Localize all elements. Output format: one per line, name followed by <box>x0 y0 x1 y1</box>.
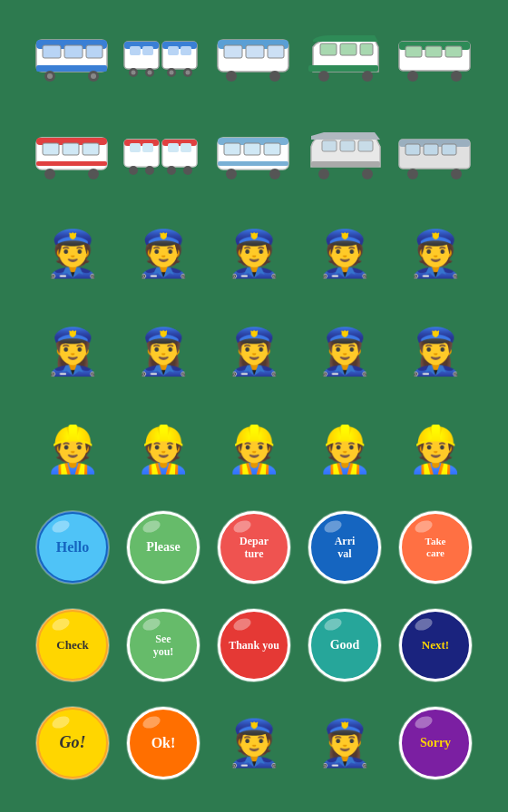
sticker-check[interactable]: Check <box>27 596 118 694</box>
svg-point-86 <box>451 169 462 179</box>
svg-point-17 <box>148 71 152 75</box>
worker-yellow-1[interactable]: 👷 <box>299 401 390 498</box>
svg-rect-62 <box>168 143 179 152</box>
svg-rect-83 <box>424 144 438 155</box>
svg-rect-71 <box>264 143 280 155</box>
svg-rect-34 <box>320 44 337 55</box>
takecare-sticker[interactable]: Takecare <box>399 511 472 584</box>
svg-rect-77 <box>311 161 380 167</box>
train-10[interactable] <box>390 107 481 205</box>
svg-point-7 <box>47 73 53 79</box>
train-5[interactable] <box>390 9 481 107</box>
svg-rect-69 <box>224 143 240 155</box>
svg-rect-70 <box>244 143 260 155</box>
conductor-female-3[interactable]: 👮‍♀️ <box>209 303 299 401</box>
svg-rect-63 <box>181 143 191 152</box>
arrival-sticker[interactable]: Arrival <box>308 511 381 584</box>
svg-point-85 <box>407 169 418 179</box>
please-sticker[interactable]: Please <box>127 511 200 584</box>
svg-point-37 <box>318 71 329 82</box>
sticker-please[interactable]: Please <box>118 498 209 596</box>
thankyou-sticker[interactable]: Thank you <box>218 609 290 682</box>
sticker-takecare[interactable]: Takecare <box>390 498 481 596</box>
svg-rect-55 <box>124 140 159 146</box>
sorry-sticker[interactable]: Sorry <box>399 707 472 779</box>
svg-point-25 <box>186 71 190 75</box>
sticker-thankyou[interactable]: Thank you <box>209 596 299 694</box>
svg-rect-28 <box>224 45 242 58</box>
sticker-good[interactable]: Good <box>299 596 390 694</box>
train-9[interactable] <box>299 107 390 205</box>
svg-rect-50 <box>63 143 79 155</box>
seeyou-sticker[interactable]: Seeyou! <box>127 609 200 682</box>
sticker-seeyou[interactable]: Seeyou! <box>118 596 209 694</box>
hello-sticker[interactable]: Hello <box>36 511 109 584</box>
svg-rect-41 <box>405 46 422 57</box>
train-7[interactable] <box>118 107 209 205</box>
svg-point-52 <box>44 169 55 179</box>
svg-point-73 <box>269 169 280 179</box>
svg-point-44 <box>407 71 418 82</box>
svg-rect-82 <box>405 144 420 155</box>
sticker-sorry[interactable]: Sorry <box>390 694 481 792</box>
svg-rect-35 <box>340 44 357 55</box>
conductor-male-2[interactable]: 👮 <box>118 205 209 303</box>
train-2[interactable] <box>118 9 209 107</box>
departure-sticker[interactable]: Departure <box>218 511 290 584</box>
conductor-female-2[interactable]: 👮‍♀️ <box>118 303 209 401</box>
svg-point-38 <box>362 71 373 82</box>
svg-rect-42 <box>425 46 442 57</box>
svg-point-9 <box>91 73 96 79</box>
train-6[interactable] <box>27 107 118 205</box>
svg-point-79 <box>362 169 373 179</box>
svg-rect-74 <box>322 140 337 151</box>
svg-rect-19 <box>162 42 197 49</box>
svg-rect-61 <box>162 140 197 146</box>
sticker-ok[interactable]: Ok! <box>118 694 209 792</box>
train-8[interactable] <box>209 107 299 205</box>
svg-rect-57 <box>142 143 153 152</box>
conductor-female-5[interactable]: 👮‍♀️ <box>390 303 481 401</box>
sticker-arrival[interactable]: Arrival <box>299 498 390 596</box>
worker-yellow-2[interactable]: 👷 <box>390 401 481 498</box>
svg-point-58 <box>129 166 138 175</box>
svg-rect-33 <box>308 65 378 72</box>
conductor-female-4[interactable]: 👮‍♀️ <box>299 303 390 401</box>
conductor-male-4[interactable]: 👮 <box>299 205 390 303</box>
worker-baton[interactable]: 👷 <box>209 401 299 498</box>
train-4[interactable] <box>299 9 390 107</box>
svg-rect-75 <box>340 140 355 151</box>
svg-rect-56 <box>130 143 141 152</box>
conductor-wave[interactable]: 👮‍♀️ <box>299 694 390 792</box>
svg-point-45 <box>451 71 462 82</box>
svg-point-31 <box>226 71 237 82</box>
conductor-female-1[interactable]: 👮‍♀️ <box>27 303 118 401</box>
ok-sticker[interactable]: Ok! <box>127 707 200 779</box>
svg-point-53 <box>88 169 99 179</box>
svg-rect-84 <box>442 144 456 155</box>
worker-blue-2[interactable]: 👷 <box>118 401 209 498</box>
sticker-next[interactable]: Next! <box>390 596 481 694</box>
conductor-male-3[interactable]: 👮 <box>209 205 299 303</box>
svg-rect-51 <box>83 143 99 155</box>
go-sticker[interactable]: Go! <box>36 707 109 779</box>
svg-point-23 <box>170 71 174 75</box>
svg-rect-3 <box>43 45 61 58</box>
svg-rect-2 <box>36 65 107 72</box>
good-sticker[interactable]: Good <box>308 609 381 682</box>
conductor-male-5[interactable]: 👮 <box>390 205 481 303</box>
sticker-go[interactable]: Go! <box>27 694 118 792</box>
sticker-hello[interactable]: Hello <box>27 498 118 596</box>
sticker-departure[interactable]: Departure <box>209 498 299 596</box>
sticker-grid: 👮 👮 👮 👮 👮 👮‍♀️ 👮‍♀️ 👮‍♀️ 👮‍♀️ 👮‍♀️ 👷 👷 👷… <box>27 9 481 792</box>
worker-blue-1[interactable]: 👷 <box>27 401 118 498</box>
svg-rect-68 <box>218 161 288 166</box>
train-3[interactable] <box>209 9 299 107</box>
next-sticker[interactable]: Next! <box>399 609 472 682</box>
conductor-male-1[interactable]: 👮 <box>27 205 118 303</box>
train-1[interactable] <box>27 9 118 107</box>
svg-point-65 <box>183 166 192 175</box>
check-sticker[interactable]: Check <box>36 609 109 682</box>
svg-rect-12 <box>130 46 141 55</box>
conductor-angry[interactable]: 👮 <box>209 694 299 792</box>
